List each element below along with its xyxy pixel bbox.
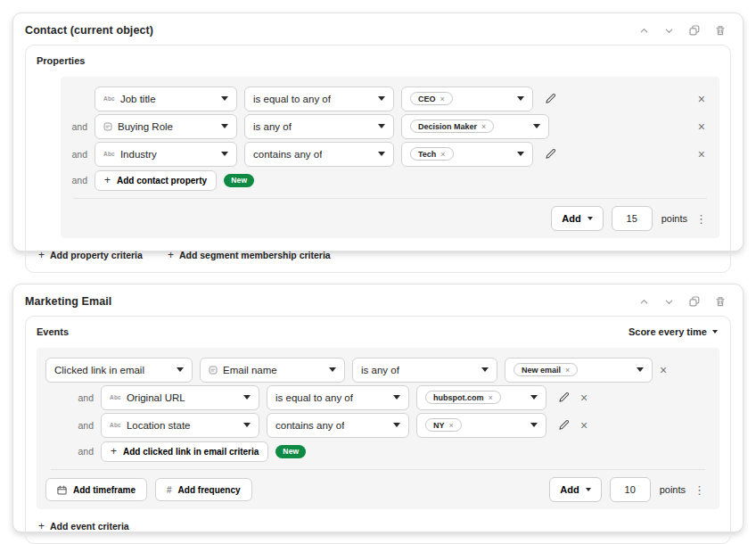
abc-text-icon: Abc <box>110 422 121 428</box>
caret-down-icon <box>530 395 538 400</box>
card-title: Marketing Email <box>25 295 111 308</box>
tag-remove-icon[interactable]: × <box>489 393 493 402</box>
operator-select[interactable]: is any of <box>244 114 394 139</box>
card-actions <box>639 296 731 307</box>
remove-row-icon[interactable]: × <box>698 120 705 133</box>
add-score-type-button[interactable]: Add <box>549 477 601 502</box>
card-header: Contact (current object) <box>25 22 731 38</box>
trash-icon[interactable] <box>715 25 726 36</box>
connector-label: and <box>68 149 87 160</box>
connector-label: and <box>74 446 94 457</box>
event-criteria-group: Clicked link in email Email name is any … <box>37 348 719 509</box>
add-clicked-link-criteria-button[interactable]: + Add clicked link in email criteria <box>101 441 268 462</box>
value-select[interactable]: New email× <box>505 358 653 383</box>
enum-icon <box>209 366 218 375</box>
points-input[interactable] <box>612 206 653 231</box>
score-every-time-dropdown[interactable]: Score every time <box>629 326 719 337</box>
more-options-icon[interactable]: ⋮ <box>694 484 705 496</box>
property-label: Buying Role <box>118 121 173 132</box>
caret-down-icon <box>329 367 336 372</box>
tag-pill: Decision Maker× <box>410 120 494 133</box>
property-select[interactable]: Buying Role <box>94 114 237 139</box>
caret-down-icon <box>221 96 228 101</box>
sub-criteria-row: and AbcLocation state contains any of NY… <box>45 411 711 439</box>
trash-icon[interactable] <box>715 296 726 307</box>
caret-down-icon <box>378 96 385 101</box>
score-row: Add points ⋮ <box>68 199 712 238</box>
points-label: points <box>660 484 686 495</box>
operator-select[interactable]: is equal to any of <box>244 87 394 111</box>
tag-remove-icon[interactable]: × <box>481 122 486 131</box>
add-contact-property-button[interactable]: + Add contact property <box>94 170 217 191</box>
caret-down-icon <box>517 96 524 101</box>
add-event-criteria-link[interactable]: + Add event criteria <box>38 520 129 532</box>
event-select[interactable]: Clicked link in email <box>45 358 193 383</box>
add-label: Add <box>562 213 580 224</box>
clone-icon[interactable] <box>689 296 700 307</box>
operator-select[interactable]: is equal to any of <box>267 385 409 410</box>
property-select[interactable]: AbcJob title <box>94 87 237 111</box>
edit-pencil-icon[interactable] <box>540 148 560 160</box>
remove-row-icon[interactable]: × <box>660 364 667 376</box>
new-badge: New <box>224 174 254 187</box>
chevron-down-icon[interactable] <box>664 26 674 36</box>
tag-pill: New email× <box>514 363 578 376</box>
property-select[interactable]: AbcIndustry <box>94 142 237 167</box>
remove-row-icon[interactable]: × <box>698 93 705 105</box>
score-every-time-label: Score every time <box>629 326 707 337</box>
property-select[interactable]: Email name <box>200 358 345 383</box>
tag-remove-icon[interactable]: × <box>565 366 570 375</box>
operator-select[interactable]: contains any of <box>244 142 394 167</box>
remove-row-icon[interactable]: × <box>580 419 588 432</box>
caret-down-icon <box>243 423 251 427</box>
tag-remove-icon[interactable]: × <box>449 421 454 430</box>
edit-pencil-icon[interactable] <box>554 419 573 431</box>
caret-down-icon <box>393 423 400 427</box>
operator-select[interactable]: is any of <box>352 358 497 383</box>
chevron-down-icon[interactable] <box>664 297 674 307</box>
remove-row-icon[interactable]: × <box>698 148 705 161</box>
property-select[interactable]: AbcOriginal URL <box>101 385 259 410</box>
caret-down-icon <box>533 124 540 128</box>
value-select[interactable]: NY× <box>416 413 546 438</box>
edit-pencil-icon[interactable] <box>554 392 573 403</box>
more-options-icon[interactable]: ⋮ <box>695 213 707 225</box>
add-property-criteria-link[interactable]: + Add property criteria <box>38 249 143 261</box>
footer-links: + Add property criteria + Add segment me… <box>37 247 719 265</box>
caret-down-icon <box>481 367 489 372</box>
add-segment-membership-criteria-link[interactable]: + Add segment membership criteria <box>168 249 331 261</box>
operator-select[interactable]: contains any of <box>267 413 409 438</box>
points-input[interactable] <box>610 477 651 502</box>
enum-icon <box>103 122 112 131</box>
remove-row-icon[interactable]: × <box>580 392 588 404</box>
caret-down-icon <box>177 367 184 372</box>
card-header: Marketing Email <box>25 293 731 309</box>
operator-label: is equal to any of <box>275 392 353 403</box>
tag-remove-icon[interactable]: × <box>440 95 445 103</box>
operator-label: contains any of <box>275 420 344 431</box>
clone-icon[interactable] <box>689 25 700 36</box>
operator-label: is any of <box>361 365 399 375</box>
add-timeframe-button[interactable]: Add timeframe <box>45 478 147 501</box>
chevron-up-icon[interactable] <box>639 26 649 36</box>
add-label: Add <box>560 484 579 495</box>
add-timeframe-label: Add timeframe <box>73 485 136 495</box>
property-label: Email name <box>223 365 277 375</box>
add-contact-property-label: Add contact property <box>117 176 207 185</box>
add-score-type-button[interactable]: Add <box>551 206 603 231</box>
criteria-row: AbcJob title is equal to any of CEO× × <box>68 85 712 112</box>
edit-pencil-icon[interactable] <box>540 93 560 104</box>
property-select[interactable]: AbcLocation state <box>101 413 259 438</box>
chevron-up-icon[interactable] <box>639 297 649 307</box>
add-property-row: and + Add contact property New <box>68 168 712 193</box>
event-label: Clicked link in email <box>54 365 144 375</box>
tag-remove-icon[interactable]: × <box>440 150 445 159</box>
add-clicked-link-criteria-label: Add clicked link in email criteria <box>123 447 259 457</box>
add-frequency-button[interactable]: # Add frequency <box>155 478 252 501</box>
value-select[interactable]: CEO× <box>401 87 533 111</box>
value-select[interactable]: Tech× <box>401 142 533 167</box>
value-select[interactable]: hubspot.com× <box>416 385 546 410</box>
caret-down-icon <box>530 423 538 427</box>
value-select[interactable]: Decision Maker× <box>401 114 549 139</box>
operator-label: contains any of <box>253 149 322 160</box>
